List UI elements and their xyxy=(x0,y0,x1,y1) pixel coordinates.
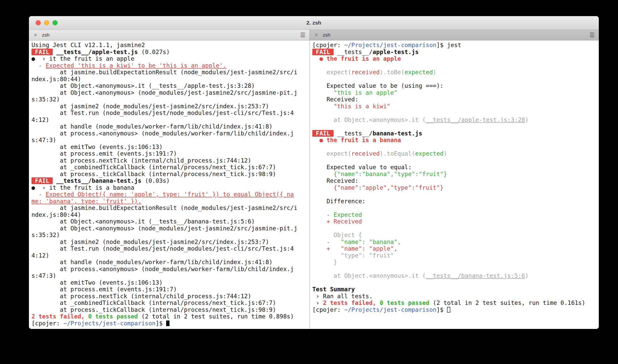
text-segment: at process.emit (events.js:191:7) xyxy=(31,150,177,157)
text-segment: ]$ xyxy=(156,320,166,327)
text-segment: Expected Object({ name: 'apple', type: '… xyxy=(31,191,294,205)
text-segment xyxy=(376,299,380,306)
text-segment: "this is an apple" xyxy=(312,89,397,96)
text-segment: at process.nextTick (internal/child_proc… xyxy=(31,293,251,299)
terminal-pane-left[interactable]: Using Jest CLI v12.1.1, jasmine2 FAIL __… xyxy=(29,40,310,329)
text-segment: ● › it the fruit is a banana xyxy=(31,184,134,191)
cursor-block xyxy=(166,320,169,326)
tab-label-left: zsh xyxy=(42,32,50,38)
hamburger-menu-icon[interactable]: ☰ xyxy=(300,32,305,38)
text-segment: at process.emit (events.js:191:7) xyxy=(31,286,177,293)
text-segment: received xyxy=(351,69,380,76)
text-segment: FAIL xyxy=(312,130,334,137)
terminal-line: › Ran all tests. xyxy=(312,293,596,300)
terminal-line: - Expected Object({ name: 'apple', type:… xyxy=(31,191,297,205)
terminal-line xyxy=(312,144,596,151)
split-content: Using Jest CLI v12.1.1, jasmine2 FAIL __… xyxy=(29,40,599,329)
text-segment: - Expected xyxy=(312,211,362,218)
text-segment: {"name":"apple","type":"fruit"} xyxy=(312,184,443,191)
text-segment: at process.nextTick (internal/child_proc… xyxy=(31,157,251,164)
text-segment: FAIL xyxy=(312,49,334,55)
terminal-line xyxy=(312,157,596,164)
window-titlebar[interactable]: 2. zsh xyxy=(29,16,599,30)
text-segment: apple-test.js xyxy=(372,49,419,55)
text-segment: at jasmine.buildExpectationResult (node_… xyxy=(31,205,297,218)
tab-row: ✕ zsh ☰ ✕ zsh ☰ xyxy=(29,30,599,40)
terminal-pane-right[interactable]: [cpojer: ~/Projects/jest-comparison]$ je… xyxy=(310,40,599,329)
terminal-line: Object { xyxy=(312,232,596,239)
terminal-line: ● › it the fruit is a banana xyxy=(31,184,297,191)
terminal-line: ● › it the fruit is an apple xyxy=(31,55,297,62)
terminal-line: Received: xyxy=(312,96,596,103)
terminal-line: at jasmine.buildExpectationResult (node_… xyxy=(31,205,297,218)
text-segment: FAIL xyxy=(31,49,53,55)
terminal-line: {"name":"apple","type":"fruit"} xyxy=(312,184,596,191)
text-segment: (2 total in 2 test suites, run time 0.16… xyxy=(429,299,585,306)
text-segment: at Object.<anonymous>.it (__tests__/appl… xyxy=(31,82,255,89)
close-tab-icon[interactable]: ✕ xyxy=(314,32,318,38)
terminal-line: Difference: xyxy=(312,198,596,205)
terminal-line: Received: xyxy=(312,177,596,184)
terminal-line xyxy=(312,76,596,83)
close-tab-icon[interactable]: ✕ xyxy=(34,32,37,38)
terminal-line: Expected value to be (using ===): xyxy=(312,82,596,89)
text-segment: › Ran all tests. xyxy=(312,293,372,299)
text-segment: at Object.<anonymous>.it (__tests__/bana… xyxy=(31,218,255,225)
text-segment: at jasmine.buildExpectationResult (node_… xyxy=(31,69,297,82)
tab-bar-right[interactable]: ✕ zsh ☰ xyxy=(310,30,599,40)
terminal-line: 2 tests failed, 0 tests passed (2 total … xyxy=(31,313,297,320)
text-segment: ) xyxy=(433,69,436,76)
tab-bar-left[interactable]: ✕ zsh ☰ xyxy=(29,30,310,40)
text-segment: Difference: xyxy=(312,198,366,205)
text-segment: expected xyxy=(415,150,444,157)
text-segment: [cpojer: xyxy=(312,42,344,48)
text-segment: ~/Projects/jest-comparison xyxy=(344,42,436,48)
terminal-line: ● the fruit is an apple xyxy=(312,55,596,62)
text-segment: (0.03s) xyxy=(141,177,170,184)
terminal-line: at process.emit (events.js:191:7) xyxy=(31,286,297,293)
text-segment: - xyxy=(31,62,46,69)
terminal-line xyxy=(312,225,596,232)
text-segment: - xyxy=(31,191,46,198)
text-segment: at Object.<anonymous>.it ( xyxy=(312,272,426,279)
terminal-line: at process.<anonymous> (node_modules/wor… xyxy=(31,266,297,279)
text-segment: __tests__/banana-test.js xyxy=(56,177,141,184)
text-segment: {"name":"banana","type":"fruit"} xyxy=(312,171,447,177)
hamburger-menu-icon[interactable]: ☰ xyxy=(589,32,595,38)
terminal-line: Using Jest CLI v12.1.1, jasmine2 xyxy=(31,42,297,49)
terminal-line: at jasmine2 (node_modules/jest-jasmine2/… xyxy=(31,103,297,110)
text-segment: FAIL xyxy=(31,177,53,184)
text-segment: Expected 'this is a kiwi' to be 'this is… xyxy=(46,62,226,69)
terminal-window: 2. zsh ✕ zsh ☰ ✕ zsh ☰ Using Jest CLI v1… xyxy=(29,16,599,329)
text-segment: (0.027s) xyxy=(138,49,170,55)
terminal-line: at Object.<anonymous>.it (__tests__/appl… xyxy=(312,116,596,123)
zoom-window-button[interactable] xyxy=(52,20,58,25)
terminal-line: } xyxy=(312,259,596,266)
tab-label-right: zsh xyxy=(323,32,331,38)
terminal-line: at emitTwo (events.js:106:13) xyxy=(31,144,297,151)
terminal-line: › 2 tests failed, 0 tests passed (2 tota… xyxy=(312,299,596,306)
text-segment: __tests__/ xyxy=(334,49,372,55)
traffic-lights xyxy=(36,16,58,29)
terminal-line: - Expected 'this is a kiwi' to be 'this … xyxy=(31,62,297,69)
text-segment: __tests__/ xyxy=(334,130,372,137)
text-segment: + "name": "apple", xyxy=(312,245,397,252)
text-segment: at process.<anonymous> (node_modules/wor… xyxy=(31,130,294,144)
terminal-line xyxy=(312,205,596,211)
text-segment xyxy=(53,177,56,184)
text-segment: at process._tickCallback (internal/proce… xyxy=(31,306,276,313)
text-segment: at emitTwo (events.js:106:13) xyxy=(31,144,163,150)
terminal-line: FAIL __tests__/apple-test.js xyxy=(312,49,596,56)
close-window-button[interactable] xyxy=(36,20,41,25)
terminal-line: FAIL __tests__/banana-test.js (0.03s) xyxy=(31,177,297,184)
terminal-line: at Object.<anonymous> (node_modules/jest… xyxy=(31,225,297,239)
text-segment xyxy=(53,49,56,55)
text-segment: ● › it the fruit is an apple xyxy=(31,55,134,62)
text-segment: ● the fruit is a banana xyxy=(312,137,401,143)
terminal-left-body: Using Jest CLI v12.1.1, jasmine2 FAIL __… xyxy=(31,42,310,327)
minimize-window-button[interactable] xyxy=(44,20,49,25)
text-segment: at process._tickCallback (internal/proce… xyxy=(31,171,276,177)
terminal-line xyxy=(312,110,596,116)
text-segment: at handle (node_modules/worker-farm/lib/… xyxy=(31,259,273,265)
text-segment: + Received xyxy=(312,218,362,225)
